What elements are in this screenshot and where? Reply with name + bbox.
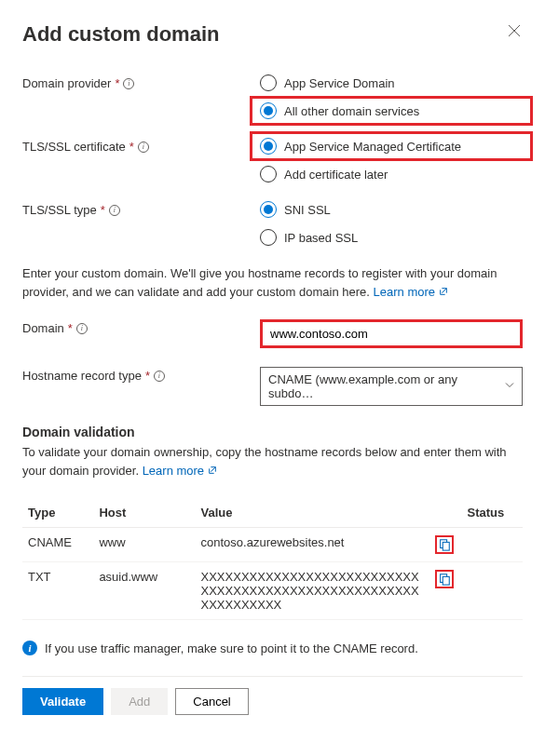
learn-more-link[interactable]: Learn more bbox=[143, 464, 217, 478]
th-status: Status bbox=[461, 498, 523, 528]
radio-ip-based-ssl[interactable]: IP based SSL bbox=[260, 229, 523, 246]
validation-description: To validate your domain ownership, copy … bbox=[22, 443, 523, 479]
add-button: Add bbox=[111, 688, 168, 715]
records-table: Type Host Value Status CNAME www contoso… bbox=[22, 498, 523, 620]
radio-all-other-domain-services[interactable]: All other domain services bbox=[250, 96, 533, 126]
close-button[interactable] bbox=[506, 22, 523, 43]
radio-add-certificate-later[interactable]: Add certificate later bbox=[260, 166, 523, 182]
tls-type-label: TLS/SSL type* i bbox=[22, 201, 260, 217]
svg-rect-3 bbox=[443, 576, 449, 585]
tls-certificate-label: TLS/SSL certificate* i bbox=[22, 138, 260, 154]
info-icon: i bbox=[22, 641, 37, 655]
info-icon[interactable]: i bbox=[109, 205, 120, 216]
svg-rect-1 bbox=[443, 542, 449, 550]
hostname-record-type-select[interactable]: CNAME (www.example.com or any subdo… bbox=[260, 367, 523, 406]
info-icon[interactable]: i bbox=[123, 78, 134, 89]
info-icon[interactable]: i bbox=[76, 323, 88, 334]
copy-icon bbox=[438, 573, 451, 586]
domain-label: Domain* i bbox=[22, 319, 260, 335]
domain-input[interactable] bbox=[260, 319, 523, 348]
info-icon[interactable]: i bbox=[138, 142, 149, 153]
info-icon[interactable]: i bbox=[154, 371, 165, 382]
radio-app-service-domain[interactable]: App Service Domain bbox=[260, 74, 523, 91]
th-value: Value bbox=[196, 498, 429, 528]
cancel-button[interactable]: Cancel bbox=[175, 688, 248, 715]
table-row: TXT asuid.www XXXXXXXXXXXXXXXXXXXXXXXXXX… bbox=[22, 562, 523, 620]
close-icon bbox=[508, 24, 521, 37]
th-type: Type bbox=[22, 498, 93, 528]
info-note: i If you use traffic manager, make sure … bbox=[22, 637, 523, 659]
hostname-record-type-label: Hostname record type* i bbox=[22, 367, 260, 383]
learn-more-link[interactable]: Learn more bbox=[374, 285, 448, 299]
page-title: Add custom domain bbox=[22, 22, 219, 47]
copy-button[interactable] bbox=[435, 570, 454, 588]
domain-provider-label: Domain provider* i bbox=[22, 74, 260, 90]
table-row: CNAME www contoso.azurewebsites.net bbox=[22, 528, 523, 562]
validate-button[interactable]: Validate bbox=[22, 688, 103, 715]
external-link-icon bbox=[439, 287, 448, 296]
radio-sni-ssl[interactable]: SNI SSL bbox=[260, 201, 523, 218]
radio-app-service-managed-cert[interactable]: App Service Managed Certificate bbox=[250, 131, 533, 161]
external-link-icon bbox=[208, 466, 217, 475]
domain-description: Enter your custom domain. We'll give you… bbox=[22, 264, 523, 301]
copy-button[interactable] bbox=[435, 535, 454, 554]
th-host: Host bbox=[93, 498, 195, 528]
copy-icon bbox=[438, 538, 451, 551]
domain-validation-heading: Domain validation bbox=[22, 425, 523, 439]
